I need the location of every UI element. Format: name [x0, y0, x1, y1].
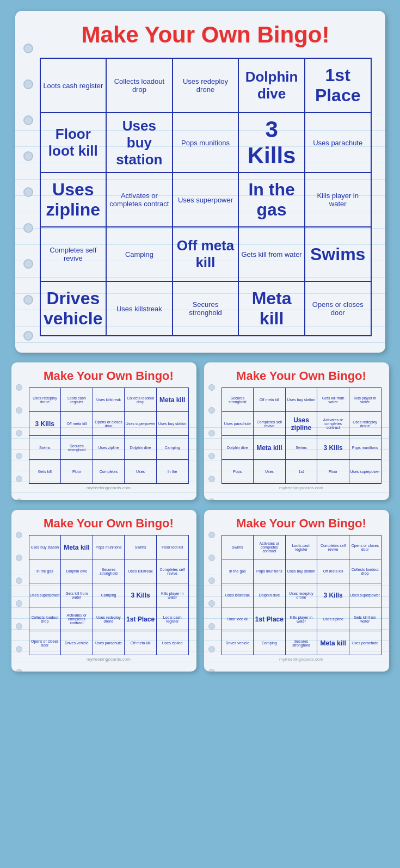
cell: Collects loadout drop: [125, 388, 157, 412]
cell-r1c0: Floor loot kill: [40, 113, 107, 173]
mini-card-1: Make Your Own Bingo! Uses redeploy drone…: [11, 362, 196, 500]
cell: 3 Kills: [29, 412, 61, 436]
table-row: Uses redeploy drone Loots cash register …: [29, 388, 188, 412]
cell: Completes self revive: [254, 412, 286, 436]
mini-hole: [16, 498, 22, 500]
table-row: Floor loot kill 1st Place Kills player i…: [221, 607, 381, 631]
cell-r3c1: Camping: [106, 227, 173, 281]
mini-hole: [208, 646, 215, 652]
hole-3: [23, 115, 33, 125]
cell-r3c2: Off meta kill: [173, 227, 239, 281]
cell: Uses zipline: [317, 607, 349, 631]
mini-title-3: Make Your Own Bingo!: [29, 516, 189, 531]
cell: Opens or closes door: [29, 631, 61, 655]
cell: Uses killstreak: [221, 583, 254, 607]
mini-hole: [16, 577, 22, 584]
mini-holes-4: [208, 532, 215, 672]
table-row: Opens or closes door Drives vehicle Uses…: [29, 631, 188, 655]
cell: Uses buy station: [29, 535, 61, 559]
cell-r2c1: Activates or completes contract: [106, 173, 173, 227]
cell: Uses zipline: [93, 436, 125, 460]
table-row: Swims Secures stronghold Uses zipline Do…: [29, 436, 188, 460]
cell-r0c1: Collects loadout drop: [106, 58, 173, 113]
cell: In the: [156, 460, 188, 484]
cell: Uses superpower: [125, 412, 157, 436]
cell: Uses redeploy drone: [29, 388, 61, 412]
cell-r4c3: Meta kill: [238, 281, 305, 336]
cell: Uses redeploy drone: [349, 412, 381, 436]
cell-r2c2: Uses superpower: [173, 173, 239, 227]
table-row: Completes self revive Camping Off meta k…: [40, 227, 371, 281]
cell: Meta kill: [61, 535, 93, 559]
mini-hole: [208, 532, 215, 538]
table-row: Dolphin dive Meta kill Swims 3 Kills Pop…: [221, 436, 381, 460]
cell: Pops munitions: [349, 436, 381, 460]
cell: Off meta kill: [317, 559, 349, 583]
mini-hole: [208, 498, 215, 500]
mini-hole: [16, 600, 22, 607]
hole-8: [23, 295, 33, 305]
mini-cards-row-1: Make Your Own Bingo! Uses redeploy drone…: [8, 362, 392, 500]
mini-hole: [16, 430, 22, 436]
cell: Off meta kill: [125, 631, 157, 655]
watermark-4: myfreebingocards.com: [221, 657, 381, 662]
table-row: Loots cash register Collects loadout dro…: [40, 58, 371, 113]
cell: Camping: [254, 631, 286, 655]
cell: Uses killstreak: [93, 388, 125, 412]
cell: Floor loot kill: [221, 607, 254, 631]
mini-title-2: Make Your Own Bingo!: [221, 369, 381, 383]
cell: Opens or closes door: [349, 535, 381, 559]
cell-r0c0: Loots cash register: [40, 58, 107, 113]
cell: 3 Kills: [317, 436, 349, 460]
cell: Swims: [125, 535, 157, 559]
cell: Secures stronghold: [93, 559, 125, 583]
cell: Uses: [254, 460, 286, 484]
mini-hole: [16, 532, 22, 538]
notebook-holes: [23, 44, 33, 377]
cell-r0c3: Dolphin dive: [238, 58, 305, 113]
cell-r2c3: In the gas: [238, 173, 305, 227]
cell: Uses parachute: [93, 631, 125, 655]
table-row: Gets kill Floor Completes Uses In the: [29, 460, 188, 484]
cell-r1c3: 3 Kills: [238, 113, 305, 173]
mini-grid-2: Secures stronghold Off meta kill Uses bu…: [221, 387, 381, 484]
cell-r0c2: Uses redeploy drone: [173, 58, 239, 113]
cell: Gets kill from water: [317, 388, 349, 412]
cell: Gets kill from water: [349, 607, 381, 631]
table-row: Drives vehicle Uses killstreak Secures s…: [40, 281, 371, 336]
cell-r4c4: Opens or closes door: [305, 281, 371, 336]
table-row: Floor loot kill Uses buy station Pops mu…: [40, 113, 371, 173]
cell: Loots cash register: [285, 535, 317, 559]
main-card-content: Make Your Own Bingo! Loots cash register…: [40, 22, 372, 336]
cell: Floor: [61, 460, 93, 484]
cell: Activates or completes contract: [61, 607, 93, 631]
cell: 1st Place: [125, 607, 157, 631]
cell: Camping: [93, 583, 125, 607]
table-row: In the gas Pops munitions Uses buy stati…: [221, 559, 381, 583]
hole-1: [23, 44, 33, 53]
cell: Loots cash register: [61, 388, 93, 412]
cell: Gets kill from water: [61, 583, 93, 607]
hole-4: [23, 151, 33, 161]
cell: Uses superpower: [29, 583, 61, 607]
cell: Meta kill: [254, 436, 286, 460]
mini-hole: [208, 623, 215, 630]
mini-hole: [16, 669, 22, 672]
hole-2: [23, 79, 33, 89]
cell: Secures stronghold: [285, 631, 317, 655]
main-bingo-card: Make Your Own Bingo! Loots cash register…: [15, 11, 385, 353]
cell: Collects loadout drop: [349, 559, 381, 583]
cell: Off meta kill: [61, 412, 93, 436]
mini-hole: [16, 384, 22, 391]
table-row: Uses superpower Gets kill from water Cam…: [29, 583, 188, 607]
cell: Uses buy station: [285, 559, 317, 583]
cell: Dolphin dive: [254, 583, 286, 607]
table-row: Pops Uses 1st Floor Uses superpower: [221, 460, 381, 484]
cell: Floor loot kill: [156, 535, 188, 559]
cell: Uses buy station: [285, 388, 317, 412]
cell: Drives vehicle: [61, 631, 93, 655]
table-row: Uses zipline Activates or completes cont…: [40, 173, 371, 227]
mini-hole: [208, 384, 215, 391]
cell: 1st Place: [254, 607, 286, 631]
cell: Swims: [221, 535, 254, 559]
